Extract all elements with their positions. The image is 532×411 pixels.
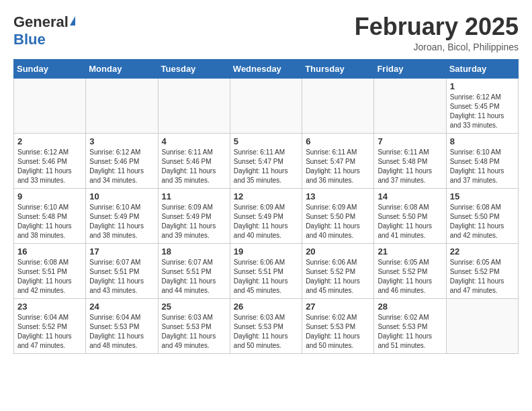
calendar-cell: 26Sunrise: 6:03 AM Sunset: 5:53 PM Dayli…: [230, 298, 302, 353]
calendar-cell: 23Sunrise: 6:04 AM Sunset: 5:52 PM Dayli…: [14, 298, 86, 353]
day-number: 26: [234, 302, 298, 312]
page-header: General Blue February 2025 Joroan, Bicol…: [13, 13, 519, 52]
calendar-cell: 28Sunrise: 6:02 AM Sunset: 5:53 PM Dayli…: [374, 298, 446, 353]
day-number: 13: [306, 191, 370, 201]
day-number: 1: [450, 81, 515, 91]
calendar-cell: 21Sunrise: 6:05 AM Sunset: 5:52 PM Dayli…: [374, 243, 446, 298]
calendar-cell: 1Sunrise: 6:12 AM Sunset: 5:45 PM Daylig…: [446, 78, 518, 133]
logo: General Blue: [13, 13, 75, 48]
day-info: Sunrise: 6:09 AM Sunset: 5:49 PM Dayligh…: [234, 203, 298, 240]
day-number: 20: [306, 246, 370, 257]
calendar-cell: 15Sunrise: 6:08 AM Sunset: 5:50 PM Dayli…: [446, 188, 518, 243]
day-info: Sunrise: 6:08 AM Sunset: 5:50 PM Dayligh…: [378, 203, 442, 240]
day-number: 19: [234, 246, 298, 257]
day-info: Sunrise: 6:09 AM Sunset: 5:50 PM Dayligh…: [306, 203, 370, 240]
calendar-week-3: 9Sunrise: 6:10 AM Sunset: 5:48 PM Daylig…: [14, 188, 519, 243]
day-info: Sunrise: 6:06 AM Sunset: 5:51 PM Dayligh…: [234, 258, 298, 295]
calendar-cell: 9Sunrise: 6:10 AM Sunset: 5:48 PM Daylig…: [14, 188, 86, 243]
logo-triangle-icon: [70, 16, 75, 26]
day-number: 15: [450, 191, 515, 201]
calendar-cell: [86, 78, 158, 133]
day-info: Sunrise: 6:11 AM Sunset: 5:46 PM Dayligh…: [162, 148, 226, 185]
calendar-cell: 22Sunrise: 6:05 AM Sunset: 5:52 PM Dayli…: [446, 243, 518, 298]
calendar-cell: 19Sunrise: 6:06 AM Sunset: 5:51 PM Dayli…: [230, 243, 302, 298]
calendar-cell: 4Sunrise: 6:11 AM Sunset: 5:46 PM Daylig…: [158, 133, 230, 188]
calendar-cell: 8Sunrise: 6:10 AM Sunset: 5:48 PM Daylig…: [446, 133, 518, 188]
day-info: Sunrise: 6:02 AM Sunset: 5:53 PM Dayligh…: [306, 313, 370, 351]
day-number: 21: [378, 246, 442, 257]
calendar-cell: 13Sunrise: 6:09 AM Sunset: 5:50 PM Dayli…: [302, 188, 374, 243]
location-subtitle: Joroan, Bicol, Philippines: [355, 42, 519, 52]
calendar-week-4: 16Sunrise: 6:08 AM Sunset: 5:51 PM Dayli…: [14, 243, 519, 298]
day-info: Sunrise: 6:11 AM Sunset: 5:47 PM Dayligh…: [234, 148, 298, 185]
calendar-week-2: 2Sunrise: 6:12 AM Sunset: 5:46 PM Daylig…: [14, 133, 519, 188]
weekday-header-thursday: Thursday: [302, 59, 374, 78]
day-info: Sunrise: 6:05 AM Sunset: 5:52 PM Dayligh…: [450, 258, 515, 295]
day-number: 6: [306, 136, 370, 146]
weekday-header-tuesday: Tuesday: [158, 59, 230, 78]
day-info: Sunrise: 6:07 AM Sunset: 5:51 PM Dayligh…: [162, 258, 226, 295]
calendar-cell: [302, 78, 374, 133]
calendar-cell: 16Sunrise: 6:08 AM Sunset: 5:51 PM Dayli…: [14, 243, 86, 298]
calendar-cell: 12Sunrise: 6:09 AM Sunset: 5:49 PM Dayli…: [230, 188, 302, 243]
day-number: 25: [162, 302, 226, 312]
calendar-week-5: 23Sunrise: 6:04 AM Sunset: 5:52 PM Dayli…: [14, 298, 519, 353]
day-number: 18: [162, 246, 226, 257]
day-info: Sunrise: 6:08 AM Sunset: 5:50 PM Dayligh…: [450, 203, 515, 240]
day-number: 27: [306, 302, 370, 312]
day-number: 22: [450, 246, 515, 257]
weekday-header-saturday: Saturday: [446, 59, 518, 78]
calendar-cell: 18Sunrise: 6:07 AM Sunset: 5:51 PM Dayli…: [158, 243, 230, 298]
day-number: 12: [234, 191, 298, 201]
weekday-header-friday: Friday: [374, 59, 446, 78]
day-info: Sunrise: 6:12 AM Sunset: 5:46 PM Dayligh…: [17, 148, 82, 185]
calendar-cell: 3Sunrise: 6:12 AM Sunset: 5:46 PM Daylig…: [86, 133, 158, 188]
day-number: 2: [17, 136, 82, 146]
month-year-title: February 2025: [355, 13, 519, 40]
calendar-cell: 24Sunrise: 6:04 AM Sunset: 5:53 PM Dayli…: [86, 298, 158, 353]
day-number: 11: [162, 191, 226, 201]
day-number: 28: [378, 302, 442, 312]
day-info: Sunrise: 6:06 AM Sunset: 5:52 PM Dayligh…: [306, 258, 370, 295]
calendar-cell: 27Sunrise: 6:02 AM Sunset: 5:53 PM Dayli…: [302, 298, 374, 353]
weekday-header-monday: Monday: [86, 59, 158, 78]
day-info: Sunrise: 6:09 AM Sunset: 5:49 PM Dayligh…: [162, 203, 226, 240]
day-info: Sunrise: 6:11 AM Sunset: 5:47 PM Dayligh…: [306, 148, 370, 185]
day-number: 4: [162, 136, 226, 146]
calendar-cell: [14, 78, 86, 133]
day-info: Sunrise: 6:03 AM Sunset: 5:53 PM Dayligh…: [234, 313, 298, 351]
day-info: Sunrise: 6:04 AM Sunset: 5:53 PM Dayligh…: [89, 313, 154, 351]
day-number: 9: [17, 191, 82, 201]
title-block: February 2025 Joroan, Bicol, Philippines: [355, 13, 519, 52]
day-info: Sunrise: 6:04 AM Sunset: 5:52 PM Dayligh…: [17, 313, 82, 351]
day-info: Sunrise: 6:12 AM Sunset: 5:45 PM Dayligh…: [450, 93, 515, 130]
day-info: Sunrise: 6:10 AM Sunset: 5:48 PM Dayligh…: [450, 148, 515, 185]
day-info: Sunrise: 6:08 AM Sunset: 5:51 PM Dayligh…: [17, 258, 82, 295]
calendar-week-1: 1Sunrise: 6:12 AM Sunset: 5:45 PM Daylig…: [14, 78, 519, 133]
weekday-header-sunday: Sunday: [14, 59, 86, 78]
day-info: Sunrise: 6:10 AM Sunset: 5:48 PM Dayligh…: [17, 203, 82, 240]
calendar-cell: 14Sunrise: 6:08 AM Sunset: 5:50 PM Dayli…: [374, 188, 446, 243]
calendar-cell: 5Sunrise: 6:11 AM Sunset: 5:47 PM Daylig…: [230, 133, 302, 188]
day-number: 24: [89, 302, 154, 312]
day-number: 3: [89, 136, 154, 146]
day-info: Sunrise: 6:02 AM Sunset: 5:53 PM Dayligh…: [378, 313, 442, 351]
day-number: 8: [450, 136, 515, 146]
calendar-cell: 10Sunrise: 6:10 AM Sunset: 5:49 PM Dayli…: [86, 188, 158, 243]
day-info: Sunrise: 6:03 AM Sunset: 5:53 PM Dayligh…: [162, 313, 226, 351]
calendar-cell: 2Sunrise: 6:12 AM Sunset: 5:46 PM Daylig…: [14, 133, 86, 188]
logo-blue-text: Blue: [13, 31, 46, 48]
day-number: 5: [234, 136, 298, 146]
day-number: 14: [378, 191, 442, 201]
calendar-cell: [374, 78, 446, 133]
weekday-header-wednesday: Wednesday: [230, 59, 302, 78]
logo-general-text: General: [13, 13, 69, 31]
day-info: Sunrise: 6:10 AM Sunset: 5:49 PM Dayligh…: [89, 203, 154, 240]
calendar-cell: [230, 78, 302, 133]
day-info: Sunrise: 6:05 AM Sunset: 5:52 PM Dayligh…: [378, 258, 442, 295]
calendar-cell: 17Sunrise: 6:07 AM Sunset: 5:51 PM Dayli…: [86, 243, 158, 298]
day-number: 23: [17, 302, 82, 312]
calendar-cell: [158, 78, 230, 133]
calendar-cell: 6Sunrise: 6:11 AM Sunset: 5:47 PM Daylig…: [302, 133, 374, 188]
calendar-header-row: SundayMondayTuesdayWednesdayThursdayFrid…: [14, 59, 519, 78]
